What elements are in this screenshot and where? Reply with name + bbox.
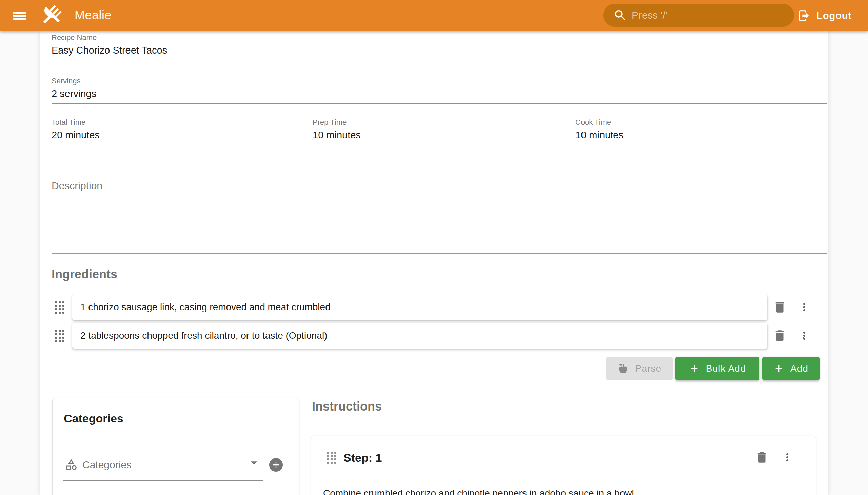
ingredient-row	[52, 294, 814, 320]
recipe-name-input[interactable]	[52, 45, 827, 56]
card-divider	[57, 433, 294, 433]
total-time-field: Total Time	[52, 118, 302, 147]
plus-icon	[773, 363, 784, 374]
select-underline	[63, 480, 263, 481]
cook-time-field: Cook Time	[575, 118, 827, 147]
logout-icon	[798, 9, 810, 22]
plus-icon	[689, 363, 700, 374]
create-category-button[interactable]	[269, 458, 283, 472]
dots-vertical-icon	[781, 451, 794, 463]
cook-time-input[interactable]	[575, 130, 827, 141]
recipe-name-field: Recipe Name	[52, 33, 827, 61]
apple-icon	[617, 363, 629, 374]
logout-label: Logout	[816, 10, 852, 21]
drag-handle-icon[interactable]	[55, 330, 64, 342]
categories-card-title: Categories	[64, 412, 123, 425]
description-textarea[interactable]: Description	[52, 177, 827, 254]
cook-time-label: Cook Time	[575, 118, 827, 127]
logout-button[interactable]: Logout	[798, 7, 852, 24]
search-box[interactable]	[603, 4, 794, 27]
menu-button[interactable]	[10, 7, 30, 24]
total-time-input[interactable]	[52, 130, 302, 141]
dots-vertical-icon	[798, 301, 810, 313]
delete-ingredient-button[interactable]	[772, 328, 787, 343]
trash-icon	[755, 450, 769, 464]
mealie-logo-icon	[39, 4, 64, 28]
column-divider	[303, 388, 304, 495]
bulk-add-button[interactable]: Bulk Add	[676, 357, 760, 380]
prep-time-label: Prep Time	[312, 118, 564, 127]
delete-step-button[interactable]	[754, 450, 769, 465]
parse-label: Parse	[635, 363, 662, 374]
categories-card: Categories Categories	[52, 398, 300, 495]
servings-input[interactable]	[52, 88, 827, 99]
instructions-heading: Instructions	[312, 399, 382, 414]
add-ingredient-button[interactable]: Add	[762, 357, 819, 380]
shapes-icon	[65, 458, 78, 472]
chevron-down-icon[interactable]	[246, 455, 261, 472]
drag-handle-icon[interactable]	[327, 451, 336, 464]
plus-icon	[271, 460, 281, 470]
total-time-label: Total Time	[52, 118, 302, 127]
search-icon	[613, 8, 627, 22]
servings-label: Servings	[52, 76, 827, 85]
app-title[interactable]: Mealie	[74, 8, 112, 22]
step-text-input[interactable]: Combine crumbled chorizo and chipotle pe…	[323, 487, 798, 495]
prep-time-input[interactable]	[312, 130, 564, 141]
trash-icon	[773, 328, 787, 343]
step-title: Step: 1	[343, 451, 382, 464]
search-input[interactable]	[632, 10, 774, 21]
step-menu-button[interactable]	[781, 451, 794, 464]
ingredient-menu-button[interactable]	[798, 301, 810, 313]
parse-button[interactable]: Parse	[606, 357, 673, 380]
trash-icon	[773, 300, 787, 314]
ingredient-input[interactable]	[72, 323, 767, 348]
ingredient-input[interactable]	[72, 294, 767, 320]
ingredient-menu-button[interactable]	[798, 329, 810, 342]
delete-ingredient-button[interactable]	[772, 300, 787, 314]
description-label: Description	[52, 177, 827, 192]
step-card: Step: 1 Combine crumbled chorizo and chi…	[311, 436, 816, 495]
categories-select[interactable]: Categories	[82, 459, 132, 471]
menu-icon	[13, 12, 26, 14]
add-label: Add	[790, 363, 808, 374]
drag-handle-icon[interactable]	[55, 302, 64, 313]
bulk-add-label: Bulk Add	[706, 363, 746, 374]
dots-vertical-icon	[798, 329, 810, 342]
app-bar: Mealie Logout	[0, 0, 868, 31]
servings-field: Servings	[52, 76, 827, 104]
recipe-name-label: Recipe Name	[52, 33, 827, 42]
prep-time-field: Prep Time	[312, 118, 564, 147]
ingredients-heading: Ingredients	[52, 267, 117, 281]
ingredient-row	[52, 323, 814, 348]
